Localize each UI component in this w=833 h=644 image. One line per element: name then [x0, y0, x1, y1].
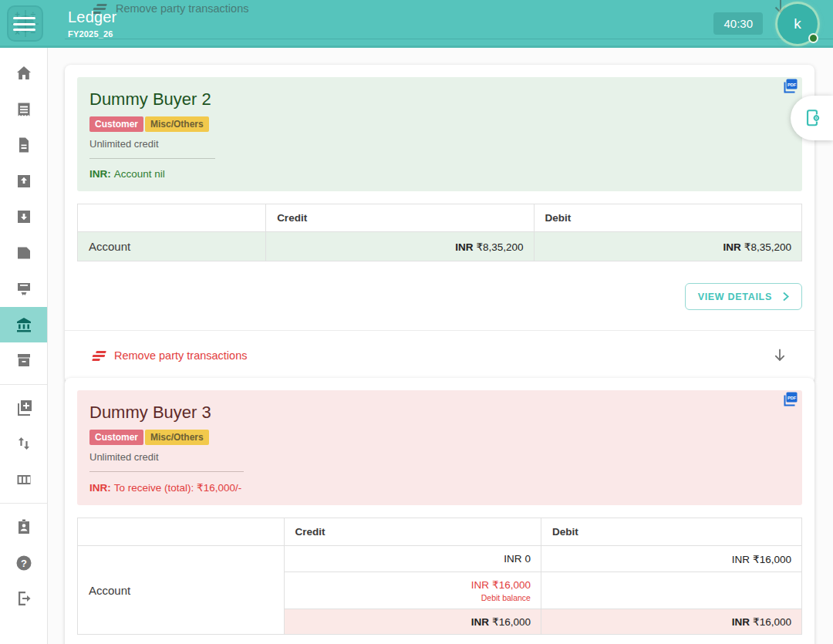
- app-header: Remove party transactions + ÷ × − Ledger…: [0, 0, 833, 48]
- customer-badge: Customer: [89, 430, 143, 445]
- table-row-account: Account INR₹8,35,200 INR₹8,35,200: [78, 232, 802, 261]
- sidebar-divider: [0, 503, 47, 504]
- svg-text:PDF: PDF: [787, 83, 797, 87]
- inbox-download-icon: [15, 207, 33, 226]
- download-arrow-icon[interactable]: [771, 347, 788, 364]
- svg-text:?: ?: [21, 557, 27, 568]
- summary-divider: [89, 471, 244, 472]
- sidebar-item-documents[interactable]: [0, 127, 47, 164]
- receipt-icon: [15, 100, 33, 119]
- sidebar-item-transactions[interactable]: [0, 426, 47, 462]
- row-label: Account: [78, 546, 285, 635]
- badge-icon: [15, 518, 33, 536]
- financial-year-label: FY2025_26: [68, 29, 113, 39]
- balance-summary: INR:To receive (total): ₹16,000/-: [89, 481, 790, 494]
- col-header-empty: [78, 204, 266, 232]
- sidebar-item-home[interactable]: [0, 56, 47, 92]
- ledger-table: Credit Debit Account INR0 INR₹16,000 INR…: [77, 518, 802, 635]
- sidebar-item-logout[interactable]: [0, 581, 47, 617]
- device-settings-fab[interactable]: [791, 96, 833, 140]
- credit-limit-label: Unlimited credit: [89, 451, 790, 463]
- credit-amount: INR₹16,000 Debit balance: [284, 572, 541, 609]
- row-label: Account: [78, 232, 266, 261]
- help-icon: ?: [15, 554, 33, 572]
- summary-divider: [89, 158, 215, 159]
- svg-text:PDF: PDF: [787, 396, 797, 400]
- mobile-settings-icon: [802, 108, 822, 128]
- sidebar-divider: [0, 384, 47, 385]
- bank-icon: [15, 315, 33, 334]
- party-summary-pink: Dummy Buyer 3 Customer Misc/Others Unlim…: [77, 390, 802, 505]
- credit-amount: INR₹8,35,200: [266, 232, 534, 261]
- ledger-table: Credit Debit Account INR₹8,35,200 INR₹8,…: [77, 204, 802, 261]
- party-name: Dummy Buyer 2: [89, 89, 790, 110]
- category-badge: Misc/Others: [145, 116, 209, 132]
- sidebar: ?: [0, 48, 48, 644]
- remove-lines-icon: [91, 351, 108, 361]
- library-add-icon: [15, 399, 33, 417]
- category-badge: Misc/Others: [145, 430, 209, 445]
- debit-amount: INR₹16,000: [541, 546, 801, 572]
- sidebar-item-help[interactable]: ?: [0, 545, 47, 582]
- credit-total: INR₹16,000: [284, 609, 541, 635]
- document-icon: [15, 136, 33, 154]
- chevron-right-icon: [780, 291, 791, 302]
- col-header-credit: Credit: [266, 204, 534, 232]
- ghost-remove-label: Remove party transactions: [116, 2, 248, 15]
- columns-icon: [15, 470, 33, 489]
- debit-amount-empty: [541, 572, 801, 609]
- remove-party-transactions-button[interactable]: Remove party transactions: [93, 349, 247, 362]
- credit-amount: INR0: [284, 546, 541, 572]
- session-timer[interactable]: 40:30: [713, 12, 763, 35]
- menu-icon[interactable]: [13, 17, 35, 35]
- logout-icon: [15, 589, 33, 608]
- col-header-empty: [78, 518, 285, 546]
- page-title: Ledger: [68, 8, 116, 26]
- note-icon: [15, 244, 33, 262]
- scrolled-under-card-edge: [65, 39, 833, 39]
- remove-transactions-row: Remove party transactions: [65, 330, 814, 383]
- sidebar-item-reports[interactable]: [0, 462, 47, 498]
- col-header-debit: Debit: [534, 204, 801, 232]
- online-status-dot: [808, 33, 818, 43]
- col-header-debit: Debit: [541, 518, 801, 546]
- archive-icon: [15, 351, 33, 369]
- sidebar-item-add-multiple[interactable]: [0, 390, 47, 427]
- debit-balance-note: Debit balance: [295, 593, 531, 602]
- pdf-icon: PDF: [781, 77, 799, 96]
- view-details-button[interactable]: VIEW DETAILS: [685, 283, 802, 310]
- pdf-icon: PDF: [781, 390, 799, 409]
- sidebar-item-notes[interactable]: [0, 235, 47, 271]
- home-icon: [15, 64, 33, 83]
- credit-limit-label: Unlimited credit: [89, 138, 790, 150]
- party-card-dummy-buyer-2: Dummy Buyer 2 Customer Misc/Others Unlim…: [65, 65, 814, 383]
- party-summary-green: Dummy Buyer 2 Customer Misc/Others Unlim…: [77, 77, 802, 191]
- col-header-credit: Credit: [284, 518, 541, 546]
- sidebar-item-purchases[interactable]: [0, 199, 47, 235]
- debit-amount: INR₹8,35,200: [534, 232, 801, 261]
- debit-total: INR₹16,000: [541, 609, 801, 635]
- party-card-dummy-buyer-3: Dummy Buyer 3 Customer Misc/Others Unlim…: [65, 378, 814, 644]
- customer-badge: Customer: [89, 116, 143, 132]
- sidebar-item-ledger[interactable]: [0, 307, 47, 343]
- pdf-export-button[interactable]: PDF: [781, 77, 799, 96]
- pdf-export-button[interactable]: PDF: [781, 390, 799, 409]
- table-row-entry: Account INR0 INR₹16,000: [78, 546, 802, 572]
- sidebar-item-inventory[interactable]: [0, 342, 47, 379]
- balance-summary: INR:Account nil: [89, 168, 790, 180]
- inbox-upload-icon: [15, 172, 33, 191]
- sidebar-item-receipts[interactable]: [0, 92, 47, 128]
- sidebar-item-pos[interactable]: [0, 271, 47, 307]
- party-name: Dummy Buyer 3: [89, 403, 790, 423]
- sidebar-item-profile[interactable]: [0, 509, 47, 545]
- point-of-sale-icon: [15, 279, 33, 298]
- sidebar-item-sales[interactable]: [0, 164, 47, 200]
- swap-vertical-icon: [15, 434, 33, 453]
